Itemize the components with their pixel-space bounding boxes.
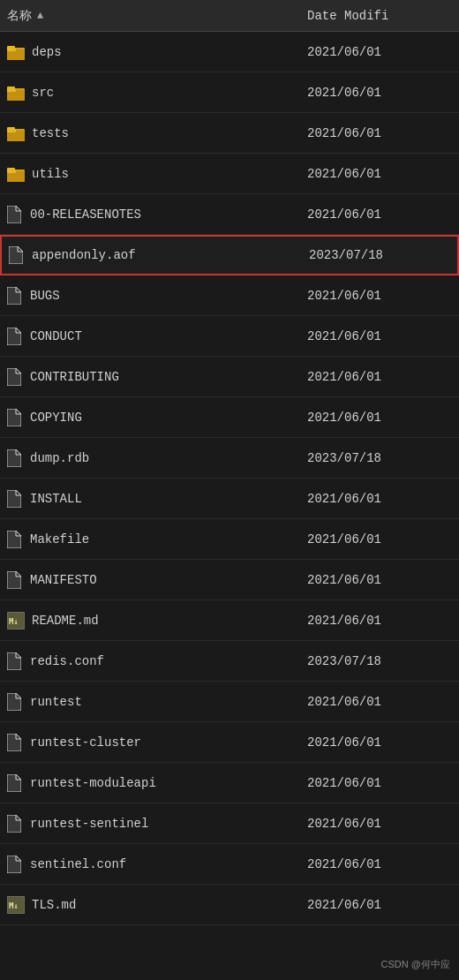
file-icon (7, 815, 23, 833)
file-date: 2021/06/01 (300, 329, 459, 343)
svg-rect-4 (7, 48, 16, 51)
file-name: CONDUCT (30, 329, 82, 343)
file-name-cell: COPYING (0, 409, 300, 426)
file-date: 2021/06/01 (300, 167, 459, 181)
file-date: 2023/07/18 (300, 451, 459, 465)
file-name: COPYING (30, 411, 82, 425)
file-name: runtest-moduleapi (30, 776, 156, 790)
file-name: README.md (32, 614, 99, 628)
list-item[interactable]: INSTALL 2021/06/01 (0, 479, 459, 519)
list-item[interactable]: runtest-moduleapi 2021/06/01 (0, 763, 459, 803)
list-item[interactable]: CONDUCT 2021/06/01 (0, 316, 459, 357)
list-item[interactable]: runtest-cluster 2021/06/01 (0, 722, 459, 763)
list-item[interactable]: Makefile 2021/06/01 (0, 519, 459, 560)
file-icon (7, 856, 23, 873)
file-date: 2021/06/01 (300, 532, 459, 547)
file-name-cell: INSTALL (0, 490, 300, 508)
list-item[interactable]: 00-RELEASENOTES 2021/06/01 (0, 194, 459, 235)
file-name: 00-RELEASENOTES (30, 207, 141, 222)
file-icon (7, 206, 23, 223)
svg-text:M↓: M↓ (9, 901, 19, 910)
svg-rect-19 (7, 170, 16, 173)
file-icon (7, 693, 23, 711)
header-name-label: 名称 (7, 8, 32, 24)
file-name-cell: runtest-cluster (0, 734, 300, 751)
folder-icon (7, 44, 25, 60)
list-item[interactable]: tests 2021/06/01 (0, 113, 459, 154)
file-name-cell: runtest-moduleapi (0, 774, 300, 792)
file-date: 2021/06/01 (300, 776, 459, 790)
file-name: CONTRIBUTING (30, 370, 119, 384)
file-icon (7, 409, 23, 426)
file-icon (7, 368, 23, 386)
list-item[interactable]: runtest 2021/06/01 (0, 682, 459, 722)
file-date: 2021/06/01 (300, 857, 459, 871)
list-item[interactable]: COPYING 2021/06/01 (0, 397, 459, 438)
file-date: 2021/06/01 (300, 86, 459, 100)
file-name: INSTALL (30, 492, 82, 506)
folder-icon (7, 85, 25, 101)
list-item[interactable]: M↓ TLS.md 2021/06/01 (0, 885, 459, 925)
file-name-cell: BUGS (0, 287, 300, 305)
file-name: runtest-cluster (30, 735, 141, 750)
file-name-cell: sentinel.conf (0, 856, 300, 873)
file-date: 2021/06/01 (300, 614, 459, 628)
file-name-cell: deps (0, 44, 300, 60)
svg-rect-14 (7, 129, 16, 132)
file-date: 2021/06/01 (300, 898, 459, 912)
list-item[interactable]: src 2021/06/01 (0, 72, 459, 113)
file-list: deps 2021/06/01 src 2021/06/01 tests 202… (0, 32, 459, 925)
header-date: Date Modifi (300, 9, 459, 23)
list-item[interactable]: BUGS 2021/06/01 (0, 275, 459, 316)
folder-icon (7, 166, 25, 182)
file-name-cell: src (0, 85, 300, 101)
list-item[interactable]: CONTRIBUTING 2021/06/01 (0, 357, 459, 397)
file-name-cell: appendonly.aof (2, 246, 302, 264)
file-md-icon: M↓ (7, 896, 25, 914)
table-header: 名称 ▲ Date Modifi (0, 0, 459, 32)
file-date: 2021/06/01 (300, 573, 459, 587)
list-item[interactable]: appendonly.aof 2023/07/18 (0, 235, 459, 275)
file-icon (7, 287, 23, 305)
file-name-cell: MANIFESTO (0, 571, 300, 589)
file-name-cell: Makefile (0, 531, 300, 548)
list-item[interactable]: utils 2021/06/01 (0, 154, 459, 194)
file-name-cell: M↓ TLS.md (0, 896, 300, 914)
list-item[interactable]: MANIFESTO 2021/06/01 (0, 560, 459, 600)
file-name: redis.conf (30, 654, 104, 668)
file-icon (7, 652, 23, 670)
file-name: runtest (30, 695, 82, 709)
svg-rect-9 (7, 88, 16, 92)
file-icon (9, 246, 25, 264)
watermark: CSDN @何中应 (381, 958, 450, 971)
file-date: 2021/06/01 (300, 492, 459, 506)
list-item[interactable]: runtest-sentinel 2021/06/01 (0, 803, 459, 844)
sort-arrow-icon: ▲ (37, 10, 43, 22)
file-date: 2021/06/01 (300, 735, 459, 750)
file-name: sentinel.conf (30, 857, 126, 871)
file-date: 2021/06/01 (300, 207, 459, 222)
folder-icon (7, 125, 25, 141)
file-name: tests (32, 126, 69, 140)
list-item[interactable]: sentinel.conf 2021/06/01 (0, 844, 459, 885)
file-manager: 名称 ▲ Date Modifi deps 2021/06/01 src 202… (0, 0, 459, 980)
file-date: 2021/06/01 (300, 411, 459, 425)
list-item[interactable]: deps 2021/06/01 (0, 32, 459, 72)
file-date: 2021/06/01 (300, 289, 459, 303)
file-name-cell: CONDUCT (0, 328, 300, 345)
file-date: 2023/07/18 (302, 248, 457, 262)
file-date: 2023/07/18 (300, 654, 459, 668)
file-name-cell: runtest-sentinel (0, 815, 300, 833)
file-name: utils (32, 167, 69, 181)
file-icon (7, 734, 23, 751)
list-item[interactable]: dump.rdb 2023/07/18 (0, 438, 459, 479)
header-name[interactable]: 名称 ▲ (0, 8, 300, 24)
list-item[interactable]: M↓ README.md 2021/06/01 (0, 600, 459, 641)
file-date: 2021/06/01 (300, 126, 459, 140)
list-item[interactable]: redis.conf 2023/07/18 (0, 641, 459, 682)
file-name-cell: 00-RELEASENOTES (0, 206, 300, 223)
file-date: 2021/06/01 (300, 370, 459, 384)
svg-text:M↓: M↓ (9, 617, 19, 626)
file-icon (7, 571, 23, 589)
file-icon (7, 328, 23, 345)
